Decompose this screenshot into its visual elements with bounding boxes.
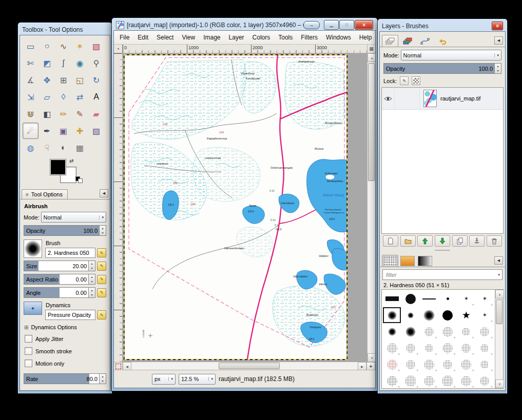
tab-tool-options[interactable]: ≡ Tool Options xyxy=(22,189,68,199)
tool-bucket-fill-button[interactable]: ⋓ xyxy=(23,106,38,122)
motion-only-row[interactable]: Motion only xyxy=(25,359,110,367)
rate-slider[interactable]: Rate 80.0 ▴▾ xyxy=(24,373,106,384)
delete-layer-button[interactable] xyxy=(487,235,502,247)
h-ruler[interactable]: 0100020003000 xyxy=(123,45,367,53)
menu-filters[interactable]: Filters xyxy=(297,32,322,43)
brush-item[interactable]: + xyxy=(439,373,457,388)
tool-ink-button[interactable]: ✒ xyxy=(39,123,55,139)
tab-patterns[interactable] xyxy=(399,255,416,267)
menu-image[interactable]: Image xyxy=(199,32,224,43)
tool-eraser-button[interactable]: ▰ xyxy=(88,106,104,122)
tool-cage-transform-button[interactable]: ▦ xyxy=(72,139,88,156)
layer-opacity-slider[interactable]: Opacity 100.0 ▴▾ xyxy=(383,63,501,74)
angle-spinner[interactable]: ▴▾ xyxy=(88,288,95,297)
brush-item[interactable]: ✶+ xyxy=(476,307,494,323)
brush-item[interactable]: + xyxy=(420,373,438,388)
dock-menu-button[interactable]: ◀ xyxy=(100,189,108,197)
layer-row[interactable]: rautjarvi_map.tif xyxy=(382,88,503,110)
layers-list[interactable]: rautjarvi_map.tif xyxy=(381,87,504,234)
default-colors-icon[interactable] xyxy=(75,176,83,183)
brush-item[interactable]: ✶+ xyxy=(476,291,494,307)
tool-flip-button[interactable]: ⇄ xyxy=(72,89,88,105)
size-slider[interactable]: Size 20.00 ▴▾ xyxy=(24,261,95,271)
brush-name-entry[interactable]: 2. Hardness 050 xyxy=(45,248,95,258)
apply-jitter-checkbox[interactable] xyxy=(25,335,32,343)
rate-spinner[interactable]: ▴▾ xyxy=(99,374,106,384)
toolbox-titlebar[interactable]: Toolbox - Tool Options xyxy=(20,24,110,35)
tool-ellipse-select-button[interactable]: ○ xyxy=(39,38,55,54)
brush-preview[interactable] xyxy=(24,239,42,258)
brush-item[interactable]: + xyxy=(476,356,494,372)
menu-file[interactable]: File xyxy=(115,32,133,43)
dynamics-entry[interactable]: Pressure Opacity xyxy=(45,310,95,320)
paint-mode-select[interactable]: Normal ▾ xyxy=(41,212,106,223)
brush-item[interactable]: + xyxy=(420,356,438,372)
tool-perspective-button[interactable]: ◊ xyxy=(55,89,71,105)
brush-item[interactable]: + xyxy=(457,373,475,388)
brushes-scroll-thumb[interactable] xyxy=(496,299,502,324)
tool-smudge-button[interactable]: ☟ xyxy=(39,139,55,156)
tool-paths-button[interactable]: ∫ xyxy=(55,55,71,71)
tool-alignment-button[interactable]: ⊞ xyxy=(55,72,71,88)
brush-item[interactable]: + xyxy=(383,340,401,356)
menu-edit[interactable]: Edit xyxy=(133,32,152,43)
size-reset-button[interactable]: ✎ xyxy=(97,262,106,271)
apply-jitter-row[interactable]: Apply Jitter xyxy=(25,335,110,343)
tab-undo-history[interactable] xyxy=(434,35,451,47)
layer-name[interactable]: rautjarvi_map.tif xyxy=(440,95,480,102)
menu-help[interactable]: Help xyxy=(355,32,376,43)
tool-foreground-select-button[interactable]: ◩ xyxy=(39,55,55,71)
v-scroll-thumb[interactable] xyxy=(368,63,375,181)
tool-blur-sharpen-button[interactable]: ◍ xyxy=(23,139,38,156)
layers-titlebar[interactable]: Layers - Brushes ✕ xyxy=(379,21,506,31)
brush-item[interactable]: + xyxy=(476,324,494,339)
brush-item[interactable] xyxy=(401,291,419,307)
dynamics-edit-button[interactable]: ✎ xyxy=(97,310,106,319)
brush-item[interactable] xyxy=(401,307,419,323)
tool-dodge-burn-button[interactable]: ◐ xyxy=(55,139,71,156)
aspect-ratio-slider[interactable]: Aspect Ratio 0.00 ▴▾ xyxy=(24,274,95,285)
tool-crop-button[interactable]: ◱ xyxy=(72,72,88,88)
aspect-ratio-spinner[interactable]: ▴▾ xyxy=(88,274,95,284)
dock-menu-button[interactable]: ◀ xyxy=(494,36,503,45)
brush-item[interactable]: + xyxy=(457,356,475,372)
tool-shear-button[interactable]: ▱ xyxy=(39,89,55,105)
scroll-up-icon[interactable]: ▴ xyxy=(495,290,504,298)
tool-scale-button[interactable]: ⇲ xyxy=(23,89,38,105)
brush-item[interactable]: + xyxy=(401,356,419,372)
tool-heal-button[interactable]: ✚ xyxy=(72,123,88,139)
tab-brushes[interactable] xyxy=(382,255,398,267)
tool-free-select-button[interactable]: ∿ xyxy=(55,38,71,54)
menu-view[interactable]: View xyxy=(178,32,199,43)
layer-link-cell[interactable] xyxy=(395,88,420,109)
motion-only-checkbox[interactable] xyxy=(25,359,32,367)
tool-airbrush-button[interactable]: ☄ xyxy=(23,123,38,139)
brush-item[interactable]: + xyxy=(439,356,457,372)
zoom-select[interactable]: 12.5 % ▾ xyxy=(179,374,216,385)
lock-alpha-toggle[interactable] xyxy=(412,76,420,85)
dynamics-preview[interactable]: ✦ xyxy=(24,302,42,315)
scroll-up-icon[interactable]: ▴ xyxy=(368,53,376,62)
dock-menu-button[interactable]: ◀ xyxy=(494,256,503,265)
size-spinner[interactable]: ▴▾ xyxy=(88,261,95,271)
tool-paintbrush-button[interactable]: ✎ xyxy=(72,106,88,122)
duplicate-layer-button[interactable] xyxy=(452,235,468,247)
brush-item[interactable] xyxy=(383,307,401,323)
brush-item[interactable]: + xyxy=(383,356,401,372)
tool-meas-button[interactable]: ∡ xyxy=(23,72,38,88)
brush-item[interactable] xyxy=(383,324,401,339)
brush-item[interactable] xyxy=(420,291,438,307)
tool-perspective-clone-button[interactable]: ▨ xyxy=(88,123,104,139)
brush-filter[interactable]: ▾ xyxy=(382,269,502,280)
close-button[interactable]: ✕ xyxy=(355,20,373,30)
pane-splitter[interactable] xyxy=(380,248,505,252)
brush-item[interactable]: + xyxy=(401,373,419,388)
brush-item[interactable] xyxy=(420,307,438,323)
layer-visibility-toggle[interactable] xyxy=(382,88,395,109)
brush-item[interactable]: + xyxy=(476,373,494,388)
new-layer-button[interactable] xyxy=(383,235,398,247)
anchor-layer-button[interactable] xyxy=(469,235,485,247)
ruler-corner[interactable]: ◂ xyxy=(114,45,123,53)
brush-filter-input[interactable] xyxy=(385,271,498,278)
opacity-slider[interactable]: Opacity 100.0 ▴▾ xyxy=(24,225,106,236)
